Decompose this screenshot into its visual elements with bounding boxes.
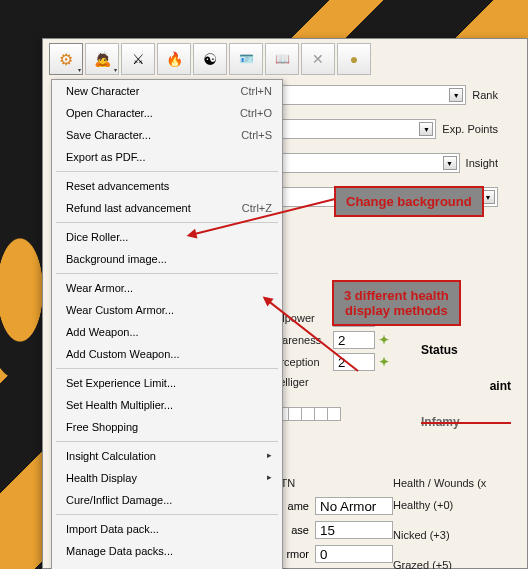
right-labels: Glory Status aint Infamy: [421, 307, 511, 451]
id-icon[interactable]: 🪪: [229, 43, 263, 75]
armor-armor-input[interactable]: [315, 545, 393, 563]
plus-icon[interactable]: ✦: [379, 355, 389, 369]
infamy-label: Infamy: [421, 415, 511, 429]
health-line: Grazed (+5): [393, 559, 513, 569]
menu-item-label: Save Character...: [66, 129, 151, 141]
rank-combo[interactable]: ▼: [273, 85, 466, 105]
book-icon[interactable]: 📖: [265, 43, 299, 75]
main-menu: New CharacterCtrl+NOpen Character...Ctrl…: [51, 79, 283, 569]
menu-item[interactable]: New CharacterCtrl+N: [52, 80, 282, 102]
menu-item-label: Export as PDF...: [66, 151, 145, 163]
menu-separator: [56, 171, 278, 172]
menu-item[interactable]: Export as PDF...: [52, 146, 282, 168]
menu-item-label: Import Data pack...: [66, 523, 159, 535]
menu-separator: [56, 514, 278, 515]
menu-item[interactable]: Save Character...Ctrl+S: [52, 124, 282, 146]
menu-item-label: Background image...: [66, 253, 167, 265]
health-line: Healthy (+0): [393, 499, 513, 511]
menu-item[interactable]: Import Data pack...: [52, 518, 282, 540]
menu-item[interactable]: Open Character...Ctrl+O: [52, 102, 282, 124]
menu-item-label: Health Display: [66, 472, 137, 484]
menu-item-label: Add Custom Weapon...: [66, 348, 180, 360]
armor-name-input[interactable]: [315, 497, 393, 515]
armor-base-input[interactable]: [315, 521, 393, 539]
menu-item-label: Reset advancements: [66, 180, 169, 192]
menu-item-label: Set Experience Limit...: [66, 377, 176, 389]
menu-item[interactable]: Wear Custom Armor...: [52, 299, 282, 321]
gear-icon[interactable]: ⚙▾: [49, 43, 83, 75]
chevron-down-icon: ▼: [419, 122, 433, 136]
crossed-icon[interactable]: ✕: [301, 43, 335, 75]
menu-item[interactable]: Refund last advancementCtrl+Z: [52, 197, 282, 219]
menu-item[interactable]: Manage Data packs...: [52, 540, 282, 562]
menu-item-label: Wear Armor...: [66, 282, 133, 294]
menu-shortcut: Ctrl+Z: [242, 202, 272, 214]
callout-bg: Change background: [334, 186, 484, 217]
flame-icon[interactable]: 🔥: [157, 43, 191, 75]
plus-icon[interactable]: ✦: [379, 333, 389, 347]
menu-item-label: Insight Calculation: [66, 450, 156, 462]
toolbar: ⚙▾ 🙇▾ ⚔ 🔥 ☯ 🪪 📖 ✕ ●: [43, 39, 527, 79]
menu-item-label: Manage Data packs...: [66, 545, 173, 557]
menu-item[interactable]: Wear Armor...: [52, 277, 282, 299]
menu-item[interactable]: Set Experience Limit...: [52, 372, 282, 394]
awareness-input[interactable]: [333, 331, 375, 349]
points-boxes[interactable]: [276, 407, 341, 421]
menu-item[interactable]: Insight Calculation: [52, 445, 282, 467]
menu-item[interactable]: Background image...: [52, 248, 282, 270]
menu-item-label: Cure/Inflict Damage...: [66, 494, 172, 506]
menu-item-label: Add Weapon...: [66, 326, 139, 338]
menu-item[interactable]: Set Health Multiplier...: [52, 394, 282, 416]
menu-separator: [56, 368, 278, 369]
menu-item[interactable]: Add Weapon...: [52, 321, 282, 343]
menu-separator: [56, 273, 278, 274]
yinyang-icon[interactable]: ☯: [193, 43, 227, 75]
exp-label: Exp. Points: [442, 123, 498, 135]
health-header: Health / Wounds (x: [393, 477, 513, 489]
insight-combo[interactable]: ▼: [273, 153, 460, 173]
menu-item-label: Set Health Multiplier...: [66, 399, 173, 411]
taint-label: aint: [421, 379, 511, 393]
rank-label: Rank: [472, 89, 498, 101]
health-line: Nicked (+3): [393, 529, 513, 541]
menu-item[interactable]: Open Data Directory: [52, 562, 282, 569]
chevron-down-icon: ▼: [443, 156, 457, 170]
menu-item[interactable]: Reset advancements: [52, 175, 282, 197]
menu-item-label: Refund last advancement: [66, 202, 191, 214]
menu-item[interactable]: Free Shopping: [52, 416, 282, 438]
menu-item-label: New Character: [66, 85, 139, 97]
character-icon[interactable]: 🙇▾: [85, 43, 119, 75]
menu-item-label: Wear Custom Armor...: [66, 304, 174, 316]
exp-combo[interactable]: ▼: [273, 119, 436, 139]
status-label: Status: [421, 343, 511, 357]
menu-item[interactable]: Health Display: [52, 467, 282, 489]
menu-item[interactable]: Dice Roller...: [52, 226, 282, 248]
menu-shortcut: Ctrl+N: [241, 85, 272, 97]
callout-health: 3 different health display methods: [332, 280, 461, 326]
menu-item[interactable]: Cure/Inflict Damage...: [52, 489, 282, 511]
menu-shortcut: Ctrl+O: [240, 107, 272, 119]
health-area: Health / Wounds (x Healthy (+0) Nicked (…: [393, 477, 513, 569]
chevron-down-icon: ▼: [449, 88, 463, 102]
sword-icon[interactable]: ⚔: [121, 43, 155, 75]
coin-icon[interactable]: ●: [337, 43, 371, 75]
menu-item-label: Free Shopping: [66, 421, 138, 433]
menu-item[interactable]: Add Custom Weapon...: [52, 343, 282, 365]
menu-separator: [56, 441, 278, 442]
insight-label: Insight: [466, 157, 498, 169]
menu-item-label: Dice Roller...: [66, 231, 128, 243]
menu-item-label: Open Character...: [66, 107, 153, 119]
menu-shortcut: Ctrl+S: [241, 129, 272, 141]
